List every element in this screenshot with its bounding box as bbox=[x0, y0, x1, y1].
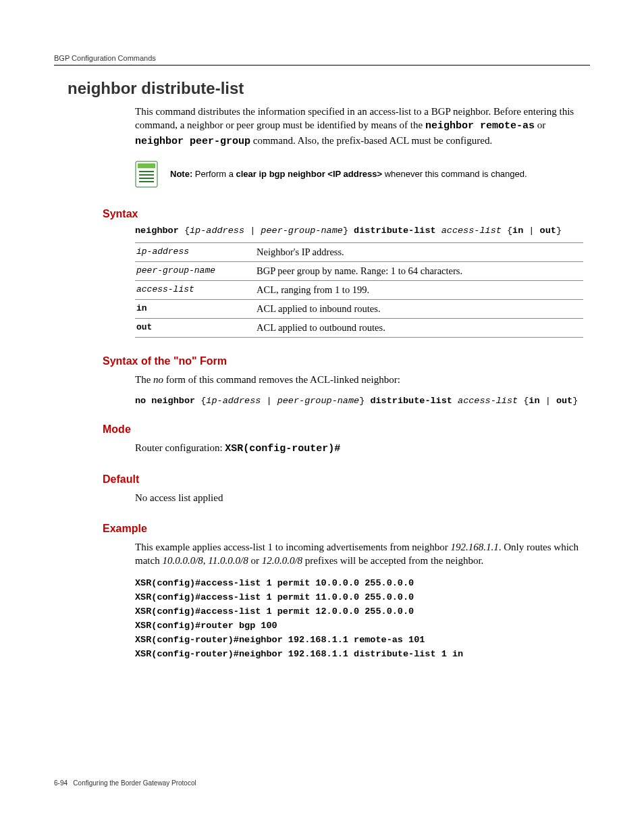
tok-neighbor: neighbor bbox=[135, 226, 179, 236]
tok-pg-n: peer-group-name bbox=[277, 396, 360, 406]
ex-ip: 192.168.1.1 bbox=[450, 542, 498, 552]
note-t1: Perform a bbox=[192, 169, 236, 179]
tok-sp-n bbox=[452, 396, 458, 406]
example-paragraph: This example applies access-list 1 to in… bbox=[135, 540, 583, 568]
mode-block: Router configuration: XSR(config-router)… bbox=[135, 441, 583, 456]
section-heading-noform: Syntax of the "no" Form bbox=[103, 355, 590, 367]
tok-in: in bbox=[512, 226, 523, 236]
tok-no-neighbor: no neighbor bbox=[135, 396, 195, 406]
header-section: BGP Configuration Commands bbox=[54, 54, 156, 62]
tok-ip-n: ip-address bbox=[206, 396, 261, 406]
footer-title: Configuring the Border Gateway Protocol bbox=[73, 779, 196, 787]
table-row: out ACL applied to outbound routes. bbox=[135, 318, 583, 337]
intro-paragraph: This command distributes the information… bbox=[135, 105, 583, 149]
tok-cb: } bbox=[343, 226, 354, 236]
table-row: access-list ACL, ranging from 1 to 199. bbox=[135, 280, 583, 299]
section-heading-syntax: Syntax bbox=[103, 208, 590, 220]
syntax-block: neighbor {ip-address | peer-group-name} … bbox=[135, 226, 583, 338]
param-desc: ACL applied to outbound routes. bbox=[255, 318, 583, 337]
param-name: ip-address bbox=[135, 242, 255, 261]
table-row: peer-group-name BGP peer group by name. … bbox=[135, 261, 583, 280]
param-name: peer-group-name bbox=[135, 261, 255, 280]
tok-ob2-n: { bbox=[518, 396, 529, 406]
section-heading-example: Example bbox=[103, 523, 590, 535]
ex-c2: or bbox=[248, 555, 262, 566]
params-table: ip-address Neighbor's IP address. peer-g… bbox=[135, 242, 583, 338]
tok-al: access-list bbox=[441, 226, 502, 236]
tok-pg: peer-group-name bbox=[261, 226, 343, 236]
svg-rect-1 bbox=[138, 163, 155, 168]
note-block: Note: Perform a clear ip bgp neighbor <I… bbox=[135, 161, 583, 188]
param-desc: Neighbor's IP address. bbox=[255, 242, 583, 261]
intro-cmd1: neighbor remote-as bbox=[425, 120, 535, 132]
param-name: access-list bbox=[135, 280, 255, 299]
example-code: XSR(config)#access-list 1 permit 10.0.0.… bbox=[135, 577, 583, 662]
tok-cb2-n: } bbox=[572, 396, 578, 406]
intro-block: This command distributes the information… bbox=[135, 105, 583, 188]
param-desc: BGP peer group by name. Range: 1 to 64 c… bbox=[255, 261, 583, 280]
page-footer: 6-94 Configuring the Border Gateway Prot… bbox=[54, 779, 196, 787]
note-text: Note: Perform a clear ip bgp neighbor <I… bbox=[170, 168, 527, 180]
noform-b: form of this command removes the ACL-lin… bbox=[163, 374, 400, 385]
ex-a: This example applies access-list 1 to in… bbox=[135, 542, 450, 552]
example-block: This example applies access-list 1 to in… bbox=[135, 540, 583, 662]
tok-pipe2: | bbox=[523, 226, 539, 236]
syntax-line: neighbor {ip-address | peer-group-name} … bbox=[135, 226, 583, 236]
section-heading-mode: Mode bbox=[103, 423, 590, 436]
noform-no: no bbox=[153, 374, 163, 385]
mode-prompt: XSR(config-router)# bbox=[225, 443, 340, 454]
default-block: No access list applied bbox=[135, 491, 583, 504]
default-text: No access list applied bbox=[135, 491, 583, 504]
tok-cb-n: } bbox=[359, 396, 370, 406]
tok-ob-n: { bbox=[195, 396, 206, 406]
tok-pipe1: | bbox=[244, 226, 261, 236]
note-cmd: clear ip bgp neighbor <IP address> bbox=[236, 169, 383, 179]
tok-ip: ip-address bbox=[190, 226, 244, 236]
ex-pfx2: 11.0.0.0/8 bbox=[208, 555, 248, 566]
intro-mid: or bbox=[535, 120, 545, 130]
noform-text: The no form of this command removes the … bbox=[135, 373, 583, 386]
param-desc: ACL applied to inbound routes. bbox=[255, 299, 583, 318]
table-row: in ACL applied to inbound routes. bbox=[135, 299, 583, 318]
ex-pfx3: 12.0.0.0/8 bbox=[262, 555, 302, 566]
tok-cb2: } bbox=[556, 226, 562, 236]
tok-ob2: { bbox=[502, 226, 512, 236]
tok-out-n: out bbox=[556, 396, 572, 406]
table-row: ip-address Neighbor's IP address. bbox=[135, 242, 583, 261]
tok-al-n: access-list bbox=[458, 396, 518, 406]
mode-text: Router configuration: XSR(config-router)… bbox=[135, 441, 583, 456]
noform-syntax-line: no neighbor {ip-address | peer-group-nam… bbox=[135, 396, 583, 406]
footer-page-number: 6-94 bbox=[54, 779, 68, 787]
noform-a: The bbox=[135, 374, 153, 385]
intro-text-b: command. Also, the prefix-based ACL must… bbox=[250, 135, 492, 146]
tok-pipe1-n: | bbox=[261, 396, 277, 406]
noform-block: The no form of this command removes the … bbox=[135, 373, 583, 406]
tok-sp bbox=[436, 226, 441, 236]
section-heading-default: Default bbox=[103, 473, 590, 486]
tok-out: out bbox=[540, 226, 556, 236]
intro-cmd2: neighbor peer-group bbox=[135, 136, 250, 147]
tok-dl: distribute-list bbox=[354, 226, 436, 236]
mode-label: Router configuration: bbox=[135, 442, 225, 453]
param-name: out bbox=[135, 318, 255, 337]
note-label: Note: bbox=[170, 169, 192, 179]
tok-ob: { bbox=[179, 226, 190, 236]
tok-in-n: in bbox=[529, 396, 539, 406]
note-t2: whenever this command is changed. bbox=[382, 169, 527, 179]
ex-pfx1: 10.0.0.0/8 bbox=[162, 555, 203, 566]
param-name: in bbox=[135, 299, 255, 318]
tok-pipe2-n: | bbox=[540, 396, 556, 406]
param-desc: ACL, ranging from 1 to 199. bbox=[255, 280, 583, 299]
tok-dl-n: distribute-list bbox=[370, 396, 452, 406]
page-title: neighbor distribute-list bbox=[68, 79, 590, 98]
ex-c: prefixes will be accepted from the neigh… bbox=[302, 555, 483, 566]
page: BGP Configuration Commands neighbor dist… bbox=[0, 0, 644, 834]
note-icon bbox=[135, 161, 158, 188]
running-header: BGP Configuration Commands bbox=[54, 54, 590, 66]
